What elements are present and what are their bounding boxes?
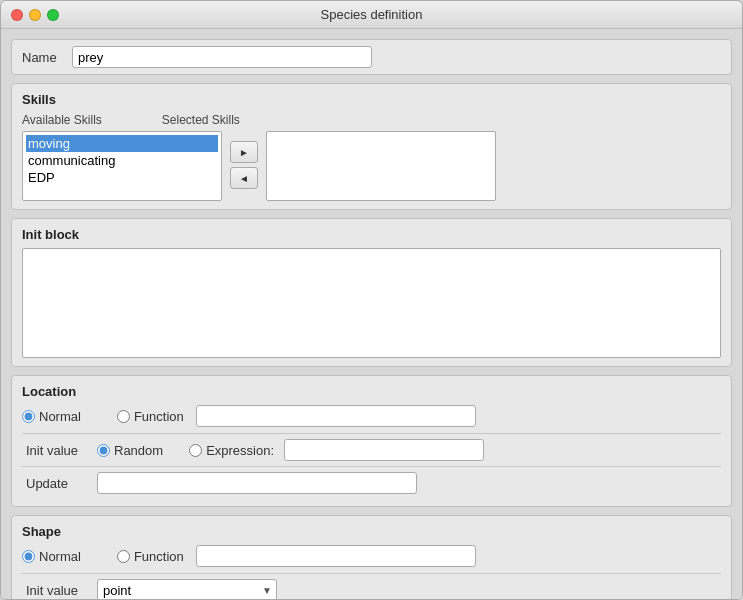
content-area: Name Skills Available Skills Selected Sk… [1,29,742,599]
location-normal-label: Normal [39,409,81,424]
selected-skills-label: Selected Skills [162,113,240,127]
window-title: Species definition [321,7,423,22]
skill-item-moving[interactable]: moving [26,135,218,152]
close-button[interactable] [11,9,23,21]
available-skills-list[interactable]: moving communicating EDP [22,131,222,201]
skills-row: moving communicating EDP ► ◄ [22,131,721,201]
minimize-button[interactable] [29,9,41,21]
location-title: Location [22,384,721,399]
location-update-row: Update [22,472,721,494]
init-block-title: Init block [22,227,721,242]
skill-item-communicating[interactable]: communicating [26,152,218,169]
location-type-row: Normal Function [22,405,721,427]
main-window: Species definition Name Skills Available… [0,0,743,600]
location-function-label: Function [134,409,184,424]
skills-section: Skills Available Skills Selected Skills … [11,83,732,210]
available-skills-label: Available Skills [22,113,102,127]
shape-function-group: Function [117,549,184,564]
maximize-button[interactable] [47,9,59,21]
init-block-area[interactable] [22,248,721,358]
divider-2 [22,466,721,467]
location-initvalue-row: Init value Random Expression: [22,439,721,461]
move-right-button[interactable]: ► [230,141,258,163]
shape-initvalue-label: Init value [26,583,91,598]
location-expression-radio[interactable] [189,444,202,457]
shape-divider [22,573,721,574]
location-function-input[interactable] [196,405,476,427]
skills-title: Skills [22,92,721,107]
location-section: Location Normal Function Init value Rand… [11,375,732,507]
shape-initvalue-row: Init value point circle square ▼ [22,579,721,599]
location-function-radio[interactable] [117,410,130,423]
name-input[interactable] [72,46,372,68]
skill-item-edp[interactable]: EDP [26,169,218,186]
location-expression-input[interactable] [284,439,484,461]
title-bar: Species definition [1,1,742,29]
location-normal-group: Normal [22,409,81,424]
location-update-input[interactable] [97,472,417,494]
shape-function-input[interactable] [196,545,476,567]
selected-skills-list[interactable] [266,131,496,201]
location-random-group: Random [97,443,163,458]
shape-normal-group: Normal [22,549,81,564]
location-function-group: Function [117,409,184,424]
location-random-label: Random [114,443,163,458]
name-section: Name [11,39,732,75]
move-left-button[interactable]: ◄ [230,167,258,189]
location-normal-radio[interactable] [22,410,35,423]
skills-arrows: ► ◄ [230,131,258,189]
location-initvalue-label: Init value [26,443,91,458]
location-expression-label: Expression: [206,443,274,458]
shape-initvalue-select[interactable]: point circle square [97,579,277,599]
shape-type-row: Normal Function [22,545,721,567]
window-controls [11,9,59,21]
shape-initvalue-select-wrapper: point circle square ▼ [97,579,277,599]
shape-function-radio[interactable] [117,550,130,563]
location-update-label: Update [26,476,91,491]
location-expression-group: Expression: [189,443,274,458]
skills-labels-row: Available Skills Selected Skills [22,113,721,127]
init-block-section: Init block [11,218,732,367]
divider-1 [22,433,721,434]
shape-normal-radio[interactable] [22,550,35,563]
shape-title: Shape [22,524,721,539]
name-label: Name [22,50,62,65]
shape-function-label: Function [134,549,184,564]
location-random-radio[interactable] [97,444,110,457]
shape-section: Shape Normal Function Init value point [11,515,732,599]
shape-normal-label: Normal [39,549,81,564]
